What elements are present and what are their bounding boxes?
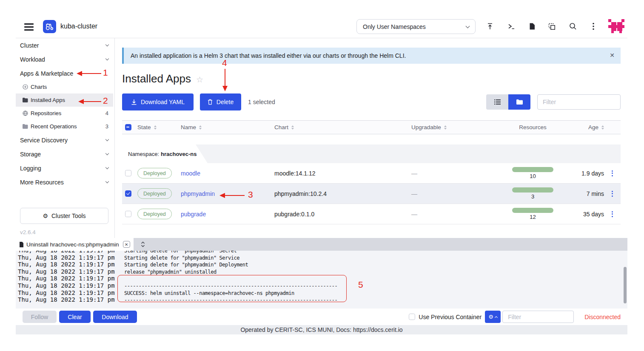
sidebar-item-repositories[interactable]: Repositories 4	[16, 107, 114, 120]
sidebar-item-logging[interactable]: Logging	[16, 161, 114, 175]
cluster-icon[interactable]	[43, 20, 56, 33]
list-icon	[494, 99, 501, 105]
log-settings-button[interactable]: ⚙	[485, 311, 501, 323]
table-row[interactable]: Deployed phpmyadmin phpmyadmin:10.2.4 — …	[122, 184, 621, 204]
collapse-expand-icon[interactable]	[141, 241, 145, 248]
chevron-down-icon	[105, 152, 109, 155]
file-icon	[19, 242, 24, 247]
copy-kubeconfig-icon[interactable]	[547, 22, 556, 31]
close-tab-icon[interactable]: ✕	[123, 241, 130, 248]
view-toggle	[486, 94, 530, 110]
download-yaml-button[interactable]: Download YAML	[122, 93, 194, 110]
log-output[interactable]: Thu, Aug 18 2022 1:19:17 pmStarting dele…	[16, 251, 627, 309]
scrollbar-thumb[interactable]	[624, 267, 627, 303]
sidebar-item-installed-apps[interactable]: Installed Apps	[16, 93, 113, 107]
sidebar-item-more-resources[interactable]: More Resources	[16, 175, 114, 189]
status-badge: Deployed	[137, 188, 172, 199]
kebab-menu-icon[interactable]	[589, 22, 598, 31]
col-state[interactable]: State	[134, 124, 179, 130]
filter-input[interactable]	[537, 94, 621, 110]
resource-bar	[512, 167, 553, 172]
apps-table: State Name Chart Upgradable Resources Ag…	[122, 120, 621, 224]
chevron-down-icon	[105, 57, 109, 60]
chevron-down-icon	[105, 180, 109, 183]
footer: Operated by CERIT-SC, ICS MUNI, Docs: ht…	[16, 325, 627, 334]
namespace-tab: Namespace:hrachovec-ns	[122, 144, 211, 163]
table-row[interactable]: Deployed moodle moodle:14.1.12 — 10 1.9 …	[122, 163, 621, 184]
row-menu-icon[interactable]	[610, 209, 615, 219]
kubectl-shell-icon[interactable]	[507, 22, 516, 31]
selected-count: 1 selected	[248, 99, 275, 105]
search-icon[interactable]	[569, 22, 577, 31]
top-header: kuba-cluster Only User Namespaces	[16, 19, 627, 38]
page-title: Installed Apps ☆	[122, 72, 203, 85]
menu-icon[interactable]	[24, 23, 34, 31]
sidebar-item-charts[interactable]: Charts	[16, 80, 114, 93]
version-label: v2.6.4	[20, 229, 36, 235]
log-filter-input[interactable]	[502, 311, 574, 323]
log-tab[interactable]: Uninstall hrachovec-ns:phpmyadmin ✕	[16, 238, 134, 251]
download-button[interactable]: Download	[93, 311, 137, 323]
sidebar-item-service-discovery[interactable]: Service Discovery	[16, 133, 114, 147]
namespace-group-row: Namespace:hrachovec-ns	[122, 144, 621, 163]
select-all-checkbox[interactable]	[125, 124, 131, 130]
count-badge: 4	[105, 110, 108, 116]
log-line: Thu, Aug 18 2022 1:19:17 pmrelease "phpm…	[18, 268, 610, 275]
col-chart[interactable]: Chart	[272, 124, 410, 130]
chevron-down-icon	[105, 43, 109, 46]
resources-cell: 10	[512, 167, 553, 179]
clear-button[interactable]: Clear	[59, 311, 91, 323]
table-row[interactable]: Deployed pubgrade pubgrade:0.1.0 — 12 35…	[122, 204, 621, 224]
resources-cell: 3	[512, 187, 553, 200]
group-view-button[interactable]	[508, 94, 530, 110]
cluster-tools-button[interactable]: ⚙Cluster Tools	[20, 208, 108, 224]
download-kubeconfig-icon[interactable]	[528, 22, 536, 31]
list-view-button[interactable]	[486, 94, 508, 110]
row-checkbox[interactable]	[125, 170, 131, 176]
col-resources[interactable]: Resources	[496, 124, 570, 130]
annotation-5: 5	[358, 280, 363, 290]
app-name-link[interactable]: phpmyadmin	[181, 190, 215, 197]
namespace-filter-select[interactable]: Only User Namespaces	[356, 19, 476, 34]
cluster-name: kuba-cluster	[60, 23, 97, 30]
use-previous-container-checkbox[interactable]	[409, 314, 415, 320]
charts-icon	[22, 84, 28, 90]
delete-button[interactable]: Delete	[200, 93, 241, 110]
resource-bar	[512, 187, 553, 192]
col-upgradable[interactable]: Upgradable	[410, 124, 496, 130]
sidebar-item-recent-operations[interactable]: Recent Operations 3	[16, 120, 114, 133]
annotation-4: 4	[222, 58, 227, 68]
main-content: An installed application is a Helm 3 cha…	[115, 38, 627, 238]
connection-status: Disconnected	[584, 314, 621, 320]
folder-icon	[22, 124, 28, 129]
col-name[interactable]: Name	[179, 124, 272, 130]
favorite-star-icon[interactable]: ☆	[196, 75, 203, 84]
app-name-link[interactable]: moodle	[181, 170, 200, 177]
count-badge: 3	[105, 123, 108, 130]
col-age[interactable]: Age	[570, 124, 604, 130]
status-badge: Deployed	[137, 168, 172, 178]
row-menu-icon[interactable]	[610, 169, 615, 178]
sidebar-item-cluster[interactable]: Cluster	[16, 38, 114, 52]
resource-bar	[512, 208, 553, 213]
annotation-arrow-4	[222, 86, 228, 91]
follow-button[interactable]: Follow	[23, 311, 57, 323]
folder-icon	[22, 98, 28, 102]
chevron-down-icon	[105, 138, 109, 141]
row-checkbox[interactable]	[125, 190, 131, 197]
chevron-down-icon	[466, 24, 470, 28]
sort-icon	[154, 125, 157, 130]
sort-icon	[444, 125, 447, 130]
table-header-row: State Name Chart Upgradable Resources Ag…	[122, 120, 621, 134]
app-name-link[interactable]: pubgrade	[181, 211, 206, 218]
log-line: Thu, Aug 18 2022 1:19:17 pmStarting dele…	[18, 251, 610, 254]
download-icon	[131, 99, 137, 105]
sidebar-item-storage[interactable]: Storage	[16, 147, 114, 161]
sidebar-item-workload[interactable]: Workload	[16, 52, 114, 66]
import-yaml-icon[interactable]	[486, 22, 494, 31]
rancher-logo[interactable]	[607, 17, 625, 35]
row-menu-icon[interactable]	[610, 189, 615, 198]
close-icon[interactable]: ✕	[610, 52, 615, 59]
row-checkbox[interactable]	[125, 211, 131, 217]
use-previous-container: Use Previous Container	[409, 314, 482, 320]
